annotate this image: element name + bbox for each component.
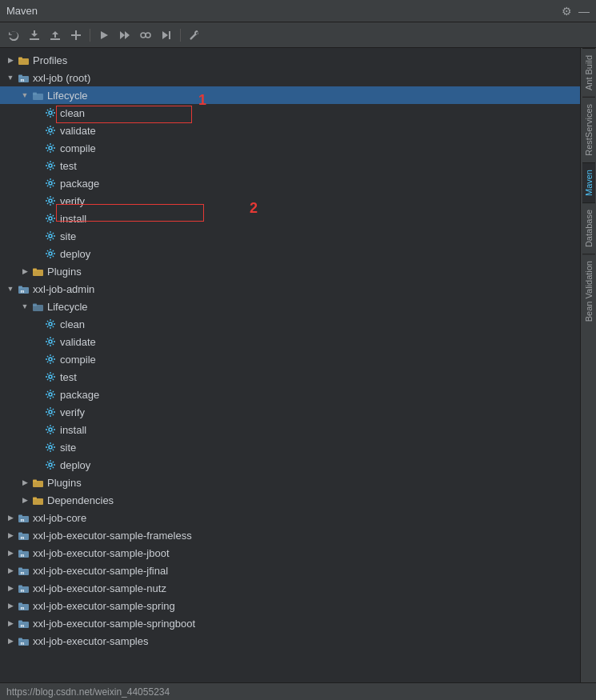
- tree-item-deploy2[interactable]: deploy: [0, 456, 580, 474]
- tree-item-package2[interactable]: package: [0, 386, 580, 403]
- svg-point-0: [141, 33, 146, 38]
- module-icon-xxl-job-executor-frameless: m: [18, 529, 30, 542]
- module-icon-xxl-job-core: m: [18, 511, 30, 524]
- item-label-xxl-job-core: xxl-job-core: [33, 512, 86, 524]
- tree-item-verify2[interactable]: verify: [0, 403, 580, 421]
- right-tab-database[interactable]: Database: [582, 202, 595, 254]
- tree-item-compile[interactable]: compile: [0, 139, 580, 157]
- item-label-xxl-job-executor-spring: xxl-job-executor-sample-spring: [33, 600, 175, 612]
- arrow-xxl-job-executor-frameless[interactable]: ▶: [5, 530, 16, 541]
- tree-item-test[interactable]: test: [0, 157, 580, 174]
- upload-button[interactable]: [46, 26, 64, 44]
- svg-point-26: [49, 340, 52, 343]
- gear-icon-site2: [45, 441, 58, 454]
- item-label-verify2: verify: [60, 406, 85, 418]
- tree-item-test2[interactable]: test: [0, 368, 580, 386]
- right-tab-ant-build[interactable]: Ant Build: [582, 48, 595, 97]
- svg-point-17: [49, 252, 52, 255]
- tree-item-validate2[interactable]: validate: [0, 333, 580, 350]
- tree-item-clean2[interactable]: clean: [0, 315, 580, 333]
- tree-item-plugins-root[interactable]: ▶ Plugins: [0, 262, 580, 280]
- gear-icon-package: [45, 177, 58, 190]
- gear-title-icon[interactable]: ⚙: [562, 5, 572, 18]
- gear-icon-test: [45, 159, 58, 172]
- tree-item-xxl-job-executor-springboot[interactable]: ▶ m xxl-job-executor-sample-springboot: [0, 614, 580, 632]
- tree-item-validate[interactable]: validate: [0, 122, 580, 139]
- item-label-plugins-admin: Plugins: [47, 477, 82, 489]
- arrow-xxl-job-executor-samples[interactable]: ▶: [5, 635, 16, 646]
- item-label-xxl-job-executor-jboot: xxl-job-executor-sample-jboot: [33, 547, 170, 559]
- tree-item-plugins-admin[interactable]: ▶ Plugins: [0, 474, 580, 491]
- minimize-icon[interactable]: —: [578, 5, 590, 18]
- tree-item-xxl-job-executor-spring[interactable]: ▶ m xxl-job-executor-sample-spring: [0, 597, 580, 614]
- gear-icon-package2: [45, 388, 58, 401]
- tree-item-xxl-job-executor-frameless[interactable]: ▶ m xxl-job-executor-sample-frameless: [0, 526, 580, 544]
- tree-item-xxl-job-root[interactable]: ▼ m xxl-job (root): [0, 69, 580, 86]
- item-label-clean: clean: [60, 107, 85, 119]
- tree-item-clean[interactable]: clean: [0, 104, 580, 122]
- svg-point-16: [49, 234, 52, 238]
- gear-icon-clean2: [45, 318, 58, 330]
- right-tab-bean-validation[interactable]: Bean Validation: [582, 254, 595, 328]
- arrow-xxl-job-executor-nutz[interactable]: ▶: [5, 582, 16, 594]
- arrow-plugins-root[interactable]: ▶: [19, 266, 30, 277]
- arrow-xxl-job-root[interactable]: ▼: [5, 72, 16, 83]
- tree-item-deploy[interactable]: deploy: [0, 245, 580, 262]
- run-multiple-button[interactable]: [116, 26, 134, 44]
- arrow-xxl-job-executor-jfinal[interactable]: ▶: [5, 565, 16, 576]
- tree-item-dependencies-admin[interactable]: ▶ Dependencies: [0, 491, 580, 509]
- title-bar-right: ⚙ —: [562, 5, 590, 18]
- tree-item-site[interactable]: site: [0, 227, 580, 245]
- folder-icon-plugins-root: [32, 265, 45, 278]
- arrow-dependencies-admin[interactable]: ▶: [19, 494, 30, 506]
- add-button[interactable]: [67, 26, 85, 44]
- svg-rect-35: [33, 479, 37, 482]
- arrow-xxl-job-executor-springboot[interactable]: ▶: [5, 618, 16, 629]
- item-label-profiles: Profiles: [33, 54, 67, 66]
- tree-item-package[interactable]: package: [0, 174, 580, 192]
- tree-item-site2[interactable]: site: [0, 438, 580, 456]
- tree-item-xxl-job-executor-jfinal[interactable]: ▶ m xxl-job-executor-sample-jfinal: [0, 562, 580, 579]
- tree-item-compile2[interactable]: compile: [0, 350, 580, 368]
- right-tab-maven[interactable]: Maven: [582, 162, 595, 202]
- tree-item-xxl-job-core[interactable]: ▶ m xxl-job-core: [0, 509, 580, 526]
- item-label-dependencies-admin: Dependencies: [47, 494, 114, 506]
- arrow-lifecycle-root[interactable]: ▼: [19, 90, 30, 101]
- module-icon-xxl-job-executor-springboot: m: [18, 617, 30, 630]
- arrow-plugins-admin[interactable]: ▶: [19, 477, 30, 488]
- gear-icon-verify2: [45, 406, 58, 418]
- svg-rect-19: [33, 268, 37, 270]
- tree-item-verify[interactable]: verify: [0, 192, 580, 210]
- tree-item-install[interactable]: install: [0, 210, 580, 227]
- right-tab-rest-services[interactable]: RestServices: [582, 97, 595, 162]
- arrow-xxl-job-executor-spring[interactable]: ▶: [5, 600, 16, 611]
- arrow-xxl-job-admin[interactable]: ▼: [5, 283, 16, 294]
- tree-item-xxl-job-executor-jboot[interactable]: ▶ m xxl-job-executor-sample-jboot: [0, 544, 580, 562]
- tree-item-install2[interactable]: install: [0, 421, 580, 438]
- main-area: ▶ Profiles▼ m xxl-job (root)▼ Lifecycle …: [0, 48, 596, 700]
- arrow-lifecycle-admin[interactable]: ▼: [19, 301, 30, 312]
- item-label-site2: site: [60, 442, 76, 454]
- wrench-button[interactable]: [186, 26, 203, 44]
- tree-item-profiles[interactable]: ▶ Profiles: [0, 51, 580, 69]
- toggle-button[interactable]: [137, 26, 154, 44]
- tree-item-xxl-job-admin[interactable]: ▼ m xxl-job-admin: [0, 280, 580, 298]
- run-button[interactable]: [95, 26, 113, 44]
- skip-button[interactable]: [158, 26, 175, 44]
- url-text: https://blog.csdn.net/weixin_44055234: [6, 686, 170, 698]
- svg-point-27: [49, 358, 52, 361]
- svg-point-14: [49, 199, 52, 202]
- download-button[interactable]: [26, 26, 43, 44]
- tree-item-xxl-job-executor-nutz[interactable]: ▶ m xxl-job-executor-sample-nutz: [0, 579, 580, 597]
- tree-item-lifecycle-admin[interactable]: ▼ Lifecycle: [0, 298, 580, 315]
- tree-panel[interactable]: ▶ Profiles▼ m xxl-job (root)▼ Lifecycle …: [0, 48, 580, 700]
- tree-item-xxl-job-executor-samples[interactable]: ▶ m xxl-job-executor-samples: [0, 632, 580, 650]
- title-bar: Maven ⚙ —: [0, 0, 596, 22]
- arrow-profiles[interactable]: ▶: [5, 54, 16, 66]
- tree-item-lifecycle-root[interactable]: ▼ Lifecycle: [0, 86, 580, 104]
- refresh-button[interactable]: [5, 26, 22, 44]
- arrow-xxl-job-executor-jboot[interactable]: ▶: [5, 547, 16, 558]
- svg-point-32: [49, 446, 52, 449]
- arrow-xxl-job-core[interactable]: ▶: [5, 512, 16, 523]
- module-icon-xxl-job-executor-spring: m: [18, 599, 30, 612]
